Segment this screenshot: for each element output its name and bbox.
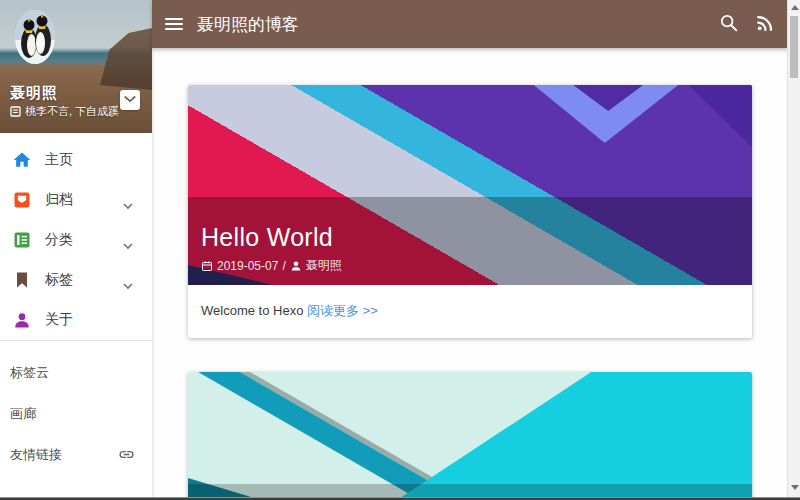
post-excerpt: Welcome to Hexo xyxy=(201,303,303,318)
profile-header: 聂明照 桃李不言, 下自成蹊 xyxy=(0,0,152,133)
meta-separator: / xyxy=(282,259,285,273)
sidebar-item-label: 标签 xyxy=(45,271,73,289)
post-excerpt-row: Welcome to Hexo 阅读更多 >> xyxy=(188,285,752,337)
scroll-up-arrow-icon[interactable] xyxy=(791,5,799,10)
chevron-down-icon[interactable] xyxy=(122,196,134,214)
profile-motto: 桃李不言, 下自成蹊 xyxy=(25,104,119,119)
categories-icon xyxy=(12,230,32,250)
post-card: Hello World 2019-05-07 / 聂明照 Welcome to … xyxy=(188,85,752,338)
sidebar-item-categories[interactable]: 分类 xyxy=(0,220,152,260)
appbar: 聂明照的博客 xyxy=(152,0,788,48)
sidebar-link-tagcloud[interactable]: 标签云 xyxy=(0,352,152,393)
sidebar-item-label: 分类 xyxy=(45,231,73,249)
link-icon xyxy=(118,446,135,466)
profile-motto-row: 桃李不言, 下自成蹊 xyxy=(10,104,119,119)
post-date: 2019-05-07 xyxy=(217,259,278,273)
profile-name: 聂明照 xyxy=(10,84,58,103)
search-icon[interactable] xyxy=(718,12,742,36)
post-title[interactable]: Hello World xyxy=(201,223,333,252)
sidebar-link-label: 友情链接 xyxy=(10,446,62,464)
post-banner[interactable]: Hello World 2019-05-07 / 聂明照 xyxy=(188,85,752,285)
chevron-down-icon[interactable] xyxy=(122,236,134,254)
rss-icon[interactable] xyxy=(754,12,778,36)
avatar[interactable] xyxy=(15,10,55,64)
sidebar-item-label: 归档 xyxy=(45,191,73,209)
calendar-icon xyxy=(201,260,213,272)
main-content: Hello World 2019-05-07 / 聂明照 Welcome to … xyxy=(152,48,788,497)
home-icon xyxy=(12,150,32,170)
sidebar-item-about[interactable]: 关于 xyxy=(0,300,152,340)
sidebar-item-tags[interactable]: 标签 xyxy=(0,260,152,300)
sidebar-nav: 主页 归档 xyxy=(0,140,152,340)
post-meta: 2019-05-07 / 聂明照 xyxy=(201,257,342,274)
archive-icon xyxy=(12,190,32,210)
sidebar-item-home[interactable]: 主页 xyxy=(0,140,152,180)
header-photo-cliff xyxy=(100,28,152,90)
sidebar-item-label: 关于 xyxy=(45,311,73,329)
scroll-down-arrow-icon[interactable] xyxy=(791,485,799,490)
email-icon xyxy=(123,94,137,106)
menu-icon[interactable] xyxy=(165,15,183,33)
sidebar-item-label: 主页 xyxy=(45,151,73,169)
scrollbar-thumb[interactable] xyxy=(790,16,798,78)
description-icon xyxy=(10,106,21,117)
post-card xyxy=(188,372,752,500)
post-banner[interactable] xyxy=(188,372,752,500)
email-button[interactable] xyxy=(120,90,140,110)
about-icon xyxy=(12,310,32,330)
post-author[interactable]: 聂明照 xyxy=(306,257,342,274)
sidebar-link-label: 画廊 xyxy=(10,405,36,423)
vertical-scrollbar[interactable] xyxy=(787,0,800,497)
sidebar-link-gallery[interactable]: 画廊 xyxy=(0,393,152,434)
tags-icon xyxy=(12,270,32,290)
author-icon xyxy=(290,260,302,272)
chevron-down-icon[interactable] xyxy=(122,276,134,294)
read-more-link[interactable]: 阅读更多 >> xyxy=(307,303,378,318)
page-title: 聂明照的博客 xyxy=(197,13,299,36)
sidebar-link-friends[interactable]: 友情链接 xyxy=(0,434,152,475)
sidebar-item-archive[interactable]: 归档 xyxy=(0,180,152,220)
sidebar-divider xyxy=(0,340,152,341)
sidebar: 聂明照 桃李不言, 下自成蹊 主页 xyxy=(0,0,152,497)
sidebar-links: 标签云 画廊 友情链接 xyxy=(0,352,152,475)
sidebar-link-label: 标签云 xyxy=(10,364,49,382)
